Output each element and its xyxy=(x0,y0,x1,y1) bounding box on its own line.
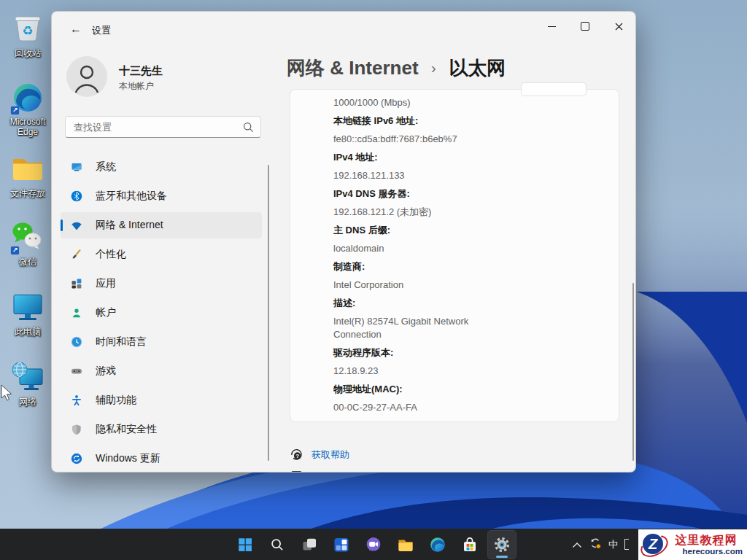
detail-value: 192.168.121.2 (未加密) xyxy=(333,203,487,221)
desktop-icon-label: 此电脑 xyxy=(1,327,54,337)
time-language-icon xyxy=(71,336,82,348)
sidebar-item-bluetooth[interactable]: 蓝牙和其他设备 xyxy=(61,183,262,209)
title-bar: ← 设置 xyxy=(52,12,635,47)
windows-logo-icon xyxy=(237,537,253,553)
detail-value: 12.18.9.23 xyxy=(333,362,487,380)
detail-value: Intel(R) 82574L Gigabit Network Connecti… xyxy=(333,312,487,343)
detail-label: 物理地址(MAC): xyxy=(333,380,604,398)
tray-sync-button[interactable] xyxy=(589,537,602,553)
chat-button[interactable] xyxy=(359,530,388,559)
desktop-icon-label: 微信 xyxy=(1,257,54,267)
sidebar-item-gaming[interactable]: 游戏 xyxy=(61,358,262,384)
detail-label: 本地链接 IPv6 地址: xyxy=(333,112,604,130)
detail-value: 192.168.121.133 xyxy=(333,166,487,184)
watermark: Z 这里教程网 herecours.com xyxy=(638,529,747,560)
desktop-icon-edge[interactable]: ↗ Microsoft Edge xyxy=(1,80,54,137)
store-icon xyxy=(461,536,479,553)
ime-indicator[interactable]: 中 xyxy=(608,538,618,551)
tray-icon-partial xyxy=(624,539,629,550)
avatar[interactable] xyxy=(66,56,107,97)
sidebar-nav: 系统蓝牙和其他设备网络 & Internet个性化应用帐户时间和语言游戏辅助功能… xyxy=(61,154,271,472)
account-name: 十三先生 xyxy=(119,64,163,78)
feedback-icon-partial xyxy=(292,471,301,472)
detail-value: localdomain xyxy=(333,239,487,257)
chat-icon xyxy=(365,536,382,553)
accessibility-icon xyxy=(71,394,82,406)
system-icon xyxy=(71,161,82,173)
accounts-icon xyxy=(71,307,82,319)
back-button[interactable]: ← xyxy=(65,20,87,38)
edge-icon: ↗ xyxy=(10,80,45,115)
selected-indicator xyxy=(61,219,63,231)
desktop-icon-this-pc[interactable]: 此电脑 xyxy=(1,290,54,337)
sidebar-item-system[interactable]: 系统 xyxy=(61,154,262,180)
get-help-row[interactable]: ? 获取帮助 xyxy=(290,448,349,462)
watermark-logo-icon: Z xyxy=(640,532,665,557)
shortcut-arrow-icon: ↗ xyxy=(11,106,19,114)
sidebar-item-label: 时间和语言 xyxy=(96,335,147,349)
store-button[interactable] xyxy=(455,530,484,559)
get-help-link[interactable]: 获取帮助 xyxy=(311,448,349,462)
edge-button[interactable] xyxy=(423,530,452,559)
desktop-icon-wechat[interactable]: ↗ 微信 xyxy=(1,220,54,267)
sidebar-item-label: 隐私和安全性 xyxy=(96,423,157,436)
taskbar-center xyxy=(0,529,747,560)
detail-value: 00-0C-29-27-AA-FA xyxy=(333,398,487,416)
file-explorer-button[interactable] xyxy=(391,530,420,559)
widgets-icon xyxy=(333,536,350,553)
tray-chevron-button[interactable] xyxy=(572,538,582,551)
account-type: 本地帐户 xyxy=(119,80,154,93)
chevron-up-icon xyxy=(572,542,582,548)
sidebar-item-label: 应用 xyxy=(96,277,116,290)
close-button[interactable] xyxy=(602,12,635,41)
detail-label: IPv4 地址: xyxy=(333,148,604,166)
detail-label: 主 DNS 后缀: xyxy=(333,221,604,239)
detail-label: IPv4 DNS 服务器: xyxy=(333,184,604,203)
help-icon: ? xyxy=(290,448,303,462)
sidebar-item-label: 系统 xyxy=(96,160,116,174)
sidebar-item-personalization[interactable]: 个性化 xyxy=(61,241,262,268)
search-button[interactable] xyxy=(263,530,292,559)
sidebar-item-label: 蓝牙和其他设备 xyxy=(96,190,167,203)
settings-button[interactable] xyxy=(487,530,516,559)
sidebar-item-accessibility[interactable]: 辅助功能 xyxy=(61,387,262,413)
sidebar-item-apps[interactable]: 应用 xyxy=(61,271,262,297)
sidebar-item-accounts[interactable]: 帐户 xyxy=(61,300,262,326)
system-tray: 中 xyxy=(572,529,629,560)
content-scrollbar[interactable] xyxy=(632,283,634,461)
network-icon xyxy=(71,219,82,231)
sidebar-item-label: 个性化 xyxy=(96,248,126,261)
detail-value: Intel Corporation xyxy=(333,276,487,294)
wechat-icon: ↗ xyxy=(10,220,45,255)
settings-window: ← 设置 十三先生 本地帐户 xyxy=(51,11,636,472)
bluetooth-icon xyxy=(71,190,82,202)
sidebar-item-privacy[interactable]: 隐私和安全性 xyxy=(61,416,262,443)
task-view-button[interactable] xyxy=(295,530,324,559)
detail-value: fe80::cd5a:bdff:7687:b6eb%7 xyxy=(333,130,487,148)
sidebar-item-network[interactable]: 网络 & Internet xyxy=(61,212,262,238)
widgets-button[interactable] xyxy=(327,530,356,559)
desktop-icon-label: Microsoft Edge xyxy=(1,117,54,137)
detail-label: 驱动程序版本: xyxy=(333,343,604,362)
start-button[interactable] xyxy=(231,530,260,559)
task-view-icon xyxy=(301,536,318,553)
maximize-icon xyxy=(581,22,589,31)
maximize-button[interactable] xyxy=(568,12,602,41)
breadcrumb-parent[interactable]: 网络 & Internet xyxy=(287,57,419,79)
minimize-button[interactable] xyxy=(535,12,568,41)
breadcrumb: 网络 & Internet › 以太网 xyxy=(287,55,506,81)
search-input[interactable] xyxy=(66,117,241,137)
sidebar-item-windows-update[interactable]: Windows 更新 xyxy=(61,446,262,472)
desktop-icon-recycle-bin[interactable]: ♻ 回收站 xyxy=(1,12,54,58)
minimize-icon xyxy=(548,26,556,27)
details-rows: 本地链接 IPv6 地址:fe80::cd5a:bdff:7687:b6eb%7… xyxy=(333,112,604,416)
this-pc-icon xyxy=(10,290,45,325)
shortcut-arrow-icon: ↗ xyxy=(11,246,19,254)
screen: ♻ 回收站 ↗ Microsoft Edge xyxy=(0,0,747,560)
detail-label: 制造商: xyxy=(333,257,604,276)
desktop-icon-file-folder[interactable]: 文件存放 xyxy=(1,152,54,198)
sidebar-scrollbar[interactable] xyxy=(268,165,269,461)
page-title: 以太网 xyxy=(449,57,506,79)
sidebar-item-time-language[interactable]: 时间和语言 xyxy=(61,329,262,355)
copy-button-partial[interactable] xyxy=(521,82,587,96)
